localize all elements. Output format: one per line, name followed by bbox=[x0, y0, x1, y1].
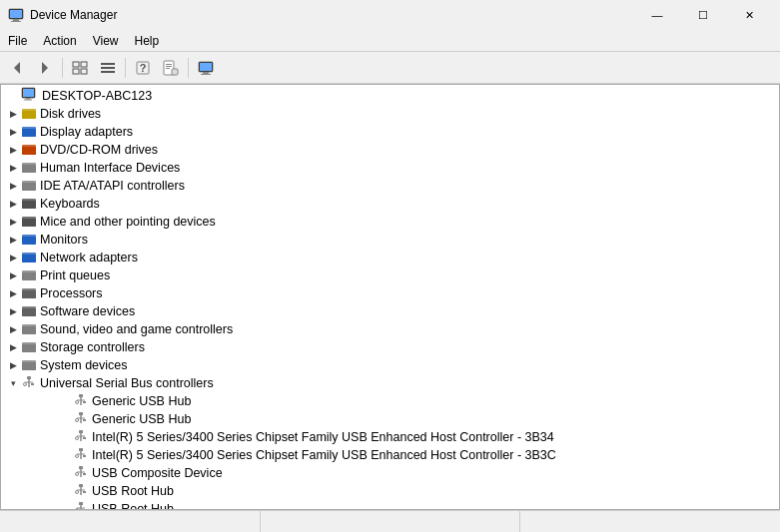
icon-software bbox=[21, 303, 37, 319]
tree-item-monitors[interactable]: ▶ Monitors bbox=[1, 231, 779, 249]
label-usb-intel2: Intel(R) 5 Series/3400 Series Chipset Fa… bbox=[92, 448, 556, 462]
label-dvd: DVD/CD-ROM drives bbox=[40, 143, 158, 157]
label-software: Software devices bbox=[40, 304, 135, 318]
icon-usb-root1 bbox=[73, 483, 89, 499]
svg-rect-12 bbox=[101, 71, 115, 73]
tree-item-sound[interactable]: ▶ Sound, video and game controllers bbox=[1, 320, 779, 338]
tree-view-button[interactable] bbox=[67, 55, 93, 81]
toggle-system[interactable]: ▶ bbox=[5, 357, 21, 373]
window-title: Device Manager bbox=[30, 8, 634, 22]
label-storage: Storage controllers bbox=[40, 340, 145, 354]
toggle-usb[interactable]: ▾ bbox=[5, 375, 21, 391]
tree-item-mice[interactable]: ▶ Mice and other pointing devices bbox=[1, 213, 779, 231]
computer-root[interactable]: DESKTOP-ABC123 bbox=[1, 87, 779, 105]
svg-rect-17 bbox=[166, 66, 172, 67]
toggle-keyboard[interactable]: ▶ bbox=[5, 196, 21, 212]
tree-item-hid[interactable]: ▶ Human Interface Devices bbox=[1, 159, 779, 177]
svg-rect-88 bbox=[79, 484, 83, 487]
svg-rect-67 bbox=[83, 401, 86, 403]
tree-item-keyboard[interactable]: ▶ Keyboards bbox=[1, 195, 779, 213]
tree-item-usb[interactable]: ▾ Universal Serial Bus controllers bbox=[1, 374, 779, 392]
icon-dvd bbox=[21, 142, 37, 158]
label-disk: Disk drives bbox=[40, 107, 101, 121]
tree-item-usb-generic2[interactable]: Generic USB Hub bbox=[1, 410, 779, 428]
tree-item-display[interactable]: ▶ Display adapters bbox=[1, 123, 779, 141]
svg-point-91 bbox=[76, 491, 79, 494]
menu-file[interactable]: File bbox=[0, 32, 35, 50]
properties-button[interactable] bbox=[158, 55, 184, 81]
svg-rect-26 bbox=[26, 98, 31, 100]
maximize-button[interactable]: ☐ bbox=[680, 0, 726, 30]
menu-view[interactable]: View bbox=[85, 32, 127, 50]
help-button[interactable]: ? bbox=[130, 55, 156, 81]
minimize-button[interactable]: — bbox=[634, 0, 680, 30]
svg-rect-58 bbox=[27, 376, 31, 379]
toggle-disk[interactable]: ▶ bbox=[5, 106, 21, 122]
svg-rect-6 bbox=[73, 62, 79, 67]
main-area: DESKTOP-ABC123 ▶ Disk drives ▶ Display a… bbox=[0, 84, 780, 510]
icon-system bbox=[21, 357, 37, 373]
svg-rect-2 bbox=[13, 19, 19, 21]
label-sound: Sound, video and game controllers bbox=[40, 322, 233, 336]
tree-item-storage[interactable]: ▶ Storage controllers bbox=[1, 338, 779, 356]
svg-rect-57 bbox=[22, 362, 36, 370]
monitor-button[interactable] bbox=[193, 55, 219, 81]
label-usb-generic1: Generic USB Hub bbox=[92, 394, 191, 408]
tree-item-network[interactable]: ▶ Network adapters bbox=[1, 249, 779, 266]
label-hid: Human Interface Devices bbox=[40, 161, 180, 175]
toolbar: ? bbox=[0, 52, 780, 84]
toggle-network[interactable]: ▶ bbox=[5, 250, 21, 266]
svg-rect-16 bbox=[166, 64, 172, 65]
label-usb-root2: USB Root Hub bbox=[92, 502, 174, 509]
toggle-sound[interactable]: ▶ bbox=[5, 321, 21, 337]
tree-item-usb-generic1[interactable]: Generic USB Hub bbox=[1, 392, 779, 410]
svg-rect-21 bbox=[200, 63, 212, 71]
tree-item-proc[interactable]: ▶ Processors bbox=[1, 284, 779, 302]
tree-item-print[interactable]: ▶ Print queues bbox=[1, 266, 779, 284]
icon-proc bbox=[21, 285, 37, 301]
tree-item-system[interactable]: ▶ System devices bbox=[1, 356, 779, 374]
label-network: Network adapters bbox=[40, 251, 138, 265]
tree-item-usb-root1[interactable]: USB Root Hub bbox=[1, 482, 779, 500]
menu-action[interactable]: Action bbox=[35, 32, 84, 50]
tree-item-ide[interactable]: ▶ IDE ATA/ATAPI controllers bbox=[1, 177, 779, 195]
toggle-storage[interactable]: ▶ bbox=[5, 339, 21, 355]
forward-button[interactable] bbox=[32, 55, 58, 81]
toggle-ide[interactable]: ▶ bbox=[5, 178, 21, 194]
toggle-display[interactable]: ▶ bbox=[5, 124, 21, 140]
svg-rect-10 bbox=[101, 63, 115, 65]
list-view-button[interactable] bbox=[95, 55, 121, 81]
menu-bar: File Action View Help bbox=[0, 30, 780, 52]
label-usb-intel1: Intel(R) 5 Series/3400 Series Chipset Fa… bbox=[92, 430, 554, 444]
svg-rect-92 bbox=[83, 491, 86, 493]
svg-point-71 bbox=[76, 419, 79, 422]
icon-usb-root2 bbox=[73, 501, 89, 509]
tree-item-dvd[interactable]: ▶ DVD/CD-ROM drives bbox=[1, 141, 779, 159]
label-proc: Processors bbox=[40, 286, 103, 300]
toggle-print[interactable]: ▶ bbox=[5, 267, 21, 283]
label-display: Display adapters bbox=[40, 125, 133, 139]
menu-help[interactable]: Help bbox=[127, 32, 168, 50]
svg-rect-19 bbox=[172, 69, 178, 75]
toggle-mice[interactable]: ▶ bbox=[5, 214, 21, 230]
close-button[interactable]: ✕ bbox=[726, 0, 772, 30]
toggle-software[interactable]: ▶ bbox=[5, 303, 21, 319]
tree-item-usb-intel1[interactable]: Intel(R) 5 Series/3400 Series Chipset Fa… bbox=[1, 428, 779, 446]
svg-rect-33 bbox=[22, 147, 36, 155]
toggle-proc[interactable]: ▶ bbox=[5, 285, 21, 301]
status-section-1 bbox=[0, 511, 261, 532]
svg-rect-78 bbox=[79, 448, 83, 451]
computer-icon bbox=[21, 87, 39, 106]
toggle-monitors[interactable]: ▶ bbox=[5, 232, 21, 248]
device-tree[interactable]: DESKTOP-ABC123 ▶ Disk drives ▶ Display a… bbox=[1, 85, 779, 509]
toggle-hid[interactable]: ▶ bbox=[5, 160, 21, 176]
svg-rect-87 bbox=[83, 473, 86, 475]
tree-item-software[interactable]: ▶ Software devices bbox=[1, 302, 779, 320]
label-system: System devices bbox=[40, 358, 128, 372]
toggle-dvd[interactable]: ▶ bbox=[5, 142, 21, 158]
tree-item-usb-composite[interactable]: USB Composite Device bbox=[1, 464, 779, 482]
tree-item-disk[interactable]: ▶ Disk drives bbox=[1, 105, 779, 123]
back-button[interactable] bbox=[4, 55, 30, 81]
tree-item-usb-intel2[interactable]: Intel(R) 5 Series/3400 Series Chipset Fa… bbox=[1, 446, 779, 464]
tree-item-usb-root2[interactable]: USB Root Hub bbox=[1, 500, 779, 509]
